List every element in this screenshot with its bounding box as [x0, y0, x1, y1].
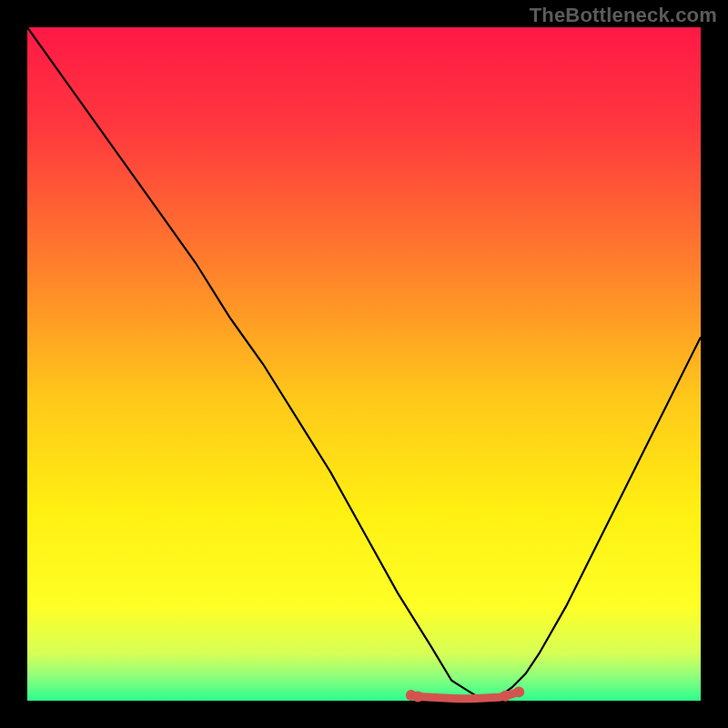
chart-container: TheBottleneck.com [0, 0, 728, 728]
highlight-dot [500, 691, 511, 702]
bottleneck-chart [0, 0, 728, 728]
highlight-dot [412, 692, 423, 703]
highlight-dot [513, 686, 524, 697]
watermark-text: TheBottleneck.com [530, 4, 717, 27]
plot-background [27, 27, 701, 701]
